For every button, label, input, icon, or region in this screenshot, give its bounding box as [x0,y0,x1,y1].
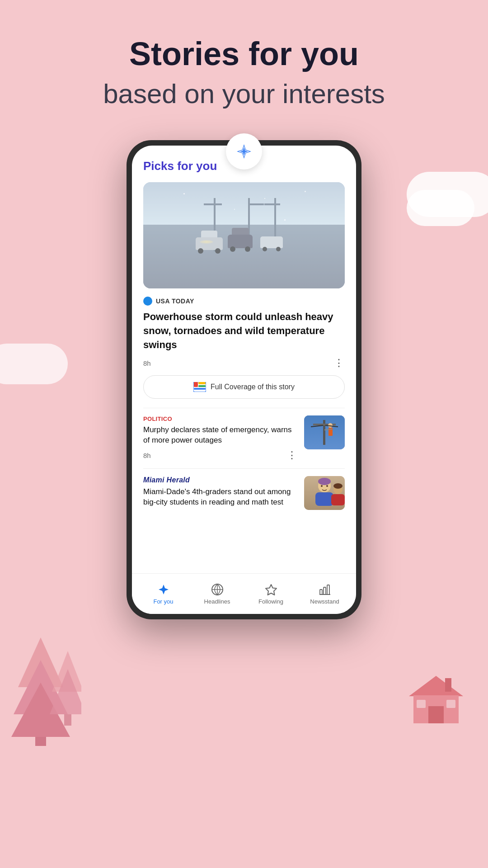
full-coverage-icon [193,382,206,392]
for-you-icon [157,583,170,596]
small-article-1-more-button[interactable]: ⋮ [287,449,298,461]
small-article-1-source: POLITICO [143,415,298,422]
snow-scene [143,182,345,288]
svg-rect-40 [324,587,326,594]
small-article-1-meta: 8h ⋮ [143,449,298,461]
headlines-icon [211,583,224,596]
featured-article-meta: 8h ⋮ [143,357,345,369]
small-article-1-time: 8h [143,452,151,459]
nav-item-following[interactable]: Following [253,583,289,605]
nav-item-for-you[interactable]: For you [145,583,182,605]
featured-source-line: USA TODAY [143,297,345,306]
svg-rect-18 [194,388,206,390]
phone-mockup: Picks for you [127,140,361,619]
small-article-2-source: Miami Herald [143,476,298,484]
bg-cloud-3 [0,344,68,384]
google-badge [226,133,262,170]
svg-marker-7 [409,676,463,696]
page-header: Stories for you based on your interests [0,36,488,112]
svg-point-34 [333,483,343,489]
small-article-1[interactable]: POLITICO Murphy declares state of emerge… [143,415,345,461]
full-coverage-button[interactable]: Full Coverage of this story [143,375,345,399]
snow-p2 [234,209,235,210]
svg-point-31 [321,485,323,487]
divider-1 [143,408,345,408]
small-article-1-content: POLITICO Murphy declares state of emerge… [143,415,298,461]
svg-rect-12 [445,678,451,692]
bg-cloud-2 [407,190,474,226]
nav-item-headlines[interactable]: Headlines [199,583,235,605]
snow-overlay [143,182,345,288]
usa-today-dot [143,297,152,306]
student-svg [304,476,345,510]
svg-rect-15 [194,382,198,387]
svg-rect-9 [428,706,444,723]
nav-newsstand-label: Newsstand [310,598,339,605]
svg-rect-35 [331,494,345,505]
following-icon [265,583,277,596]
nav-item-newsstand[interactable]: Newsstand [307,583,343,605]
nav-headlines-label: Headlines [204,598,230,605]
featured-article-title: Powerhouse storm could unleash heavy sno… [143,310,345,352]
svg-rect-16 [198,382,206,384]
featured-image [143,182,345,288]
snow-p5 [305,191,306,192]
bg-moon [16,637,52,674]
svg-rect-6 [64,714,71,726]
power-lines-image [304,415,345,449]
bottom-nav: For you Headlines Following [132,573,356,614]
bg-house [407,674,465,723]
svg-rect-17 [198,385,206,387]
small-article-2-image [304,476,345,510]
svg-rect-30 [315,492,333,506]
featured-article-more-button[interactable]: ⋮ [334,357,345,369]
svg-point-32 [326,485,328,487]
header-title-line2: based on your interests [27,76,461,112]
svg-rect-10 [417,700,426,708]
divider-2 [143,468,345,469]
power-lines-svg [304,415,345,449]
newsstand-icon [319,583,331,596]
google-news-icon [234,142,254,161]
student-image [304,476,345,510]
snow-p4 [264,198,265,199]
small-article-1-title: Murphy declares state of emergency, warn… [143,425,298,446]
svg-point-29 [318,478,331,485]
screen-content: Picks for you [132,146,356,573]
featured-article-time: 8h [143,359,151,367]
small-article-2-title: Miami-Dade's 4th-graders stand out among… [143,487,298,508]
small-article-1-image [304,415,345,449]
header-title-line1: Stories for you [27,36,461,72]
full-coverage-label: Full Coverage of this story [211,383,295,391]
small-article-2-content: Miami Herald Miami-Dade's 4th-graders st… [143,476,298,510]
nav-for-you-label: For you [153,598,173,605]
svg-rect-39 [320,590,322,594]
svg-rect-41 [327,585,329,594]
snow-p1 [183,193,185,194]
svg-rect-3 [35,737,46,746]
nav-following-label: Following [258,598,283,605]
small-article-2[interactable]: Miami Herald Miami-Dade's 4th-graders st… [143,476,345,510]
svg-rect-11 [446,700,455,708]
phone-screen: Picks for you [132,146,356,614]
featured-source-name: USA TODAY [156,297,194,305]
